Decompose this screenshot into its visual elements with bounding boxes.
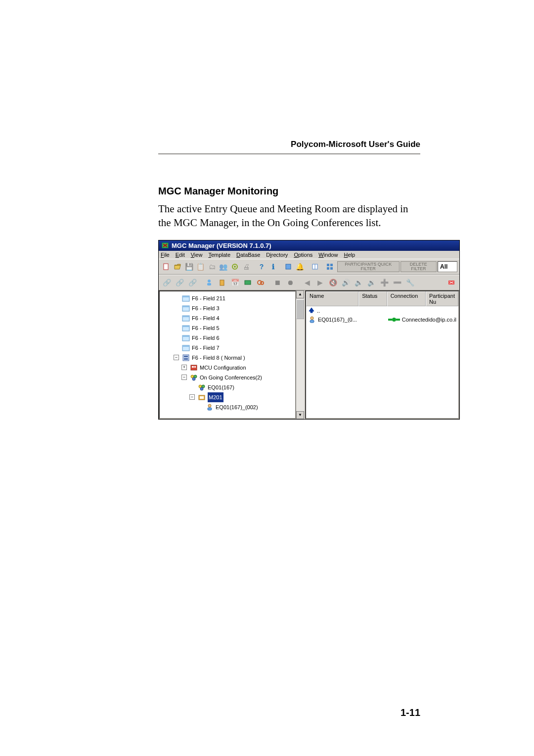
tree-label: F6 - Field 5 xyxy=(192,323,220,333)
tb2-gears-icon[interactable] xyxy=(255,277,267,288)
toolbar-primary: 💾 📋 🗂 👥 🖨 ? ℹ 🔔 PARTICIPANTS QUICK FILTE… xyxy=(159,259,459,275)
tree-node[interactable]: −On Going Conferences(2) xyxy=(181,373,295,382)
tb2-user-icon[interactable] xyxy=(203,277,215,288)
folder-icon xyxy=(182,305,190,312)
tb-new-icon[interactable] xyxy=(161,261,171,273)
tb2-link1-icon[interactable]: 🔗 xyxy=(161,277,173,288)
menu-file[interactable]: File xyxy=(161,252,170,258)
tree-node[interactable]: F6 - Field 3 xyxy=(174,303,295,313)
svg-point-45 xyxy=(200,387,203,390)
tb-about-icon[interactable]: ℹ xyxy=(268,261,278,273)
svg-rect-35 xyxy=(184,356,188,357)
tb2-arrow-left-icon[interactable]: ◀ xyxy=(301,277,313,288)
row-connection: Connected xyxy=(402,317,428,323)
tree-label: EQ01(167) xyxy=(208,382,234,392)
tb2-link3-icon[interactable]: 🔗 xyxy=(186,277,198,288)
tb2-unmute-icon[interactable]: 🔊 xyxy=(340,277,352,288)
workspace: F6 - Field 211F6 - Field 3F6 - Field 4F6… xyxy=(159,290,459,419)
tree-node[interactable]: F6 - Field 5 xyxy=(174,323,295,333)
menu-window[interactable]: Window xyxy=(318,252,338,258)
titlebar[interactable]: MGC Manager (VERSION 7.1.0.7) xyxy=(159,240,459,251)
scroll-track[interactable] xyxy=(296,319,304,411)
tree-scrollbar[interactable]: ▲ ▼ xyxy=(296,290,304,419)
svg-rect-14 xyxy=(207,283,211,285)
svg-rect-51 xyxy=(310,320,314,323)
scroll-up-icon[interactable]: ▲ xyxy=(296,290,304,298)
delete-filter-button[interactable]: DELETE FILTER xyxy=(400,261,437,272)
tb-tile-icon[interactable] xyxy=(324,261,335,273)
svg-rect-54 xyxy=(396,319,400,321)
tb2-stop-icon[interactable]: ⏹ xyxy=(271,277,283,288)
col-connection[interactable]: Connection xyxy=(387,291,426,306)
tree-label: F6 - Field 4 xyxy=(192,313,220,323)
menu-view[interactable]: View xyxy=(191,252,203,258)
tb2-v2-icon[interactable]: 🔉 xyxy=(365,277,377,288)
tb-print-icon[interactable]: 🖨 xyxy=(241,261,252,273)
svg-rect-31 xyxy=(182,335,189,337)
tb-book-icon[interactable] xyxy=(310,261,320,273)
menu-options[interactable]: Options xyxy=(294,252,312,258)
menu-edit[interactable]: Edit xyxy=(176,252,185,258)
tb2-v3-icon[interactable]: ➕ xyxy=(378,277,390,288)
tb-save-icon[interactable]: 💾 xyxy=(184,261,194,273)
tb-bell-icon[interactable]: 🔔 xyxy=(294,261,305,273)
tb2-calendar-icon[interactable]: 📅 xyxy=(229,277,241,288)
scroll-thumb[interactable] xyxy=(296,299,304,319)
tree-expander-icon[interactable]: − xyxy=(181,375,187,380)
tb2-disconnect-icon[interactable] xyxy=(445,277,457,288)
tb2-v1-icon[interactable]: 🔈 xyxy=(353,277,364,288)
up-row-label: .. xyxy=(317,308,320,314)
tree-node[interactable]: F6 - Field 7 xyxy=(174,343,295,353)
svg-rect-9 xyxy=(327,264,329,266)
tb-db1-icon[interactable] xyxy=(283,261,293,273)
participants-quick-filter-button[interactable]: PARTICIPANTS QUICK FILTER xyxy=(337,261,400,272)
tree-view[interactable]: F6 - Field 211F6 - Field 3F6 - Field 4F6… xyxy=(160,291,295,414)
tb2-arrow-right-icon[interactable]: ▶ xyxy=(314,277,326,288)
menu-directory[interactable]: Directory xyxy=(266,252,288,258)
scroll-down-icon[interactable]: ▼ xyxy=(296,411,304,419)
tb2-clipboard-icon[interactable] xyxy=(216,277,228,288)
folder-icon xyxy=(182,325,190,331)
tree-node[interactable]: F6 - Field 4 xyxy=(174,313,295,323)
tb2-rec-icon[interactable]: ⏺ xyxy=(284,277,296,288)
tb2-v4-icon[interactable]: ➖ xyxy=(391,277,403,288)
tree-node[interactable]: F6 - Field 6 xyxy=(174,333,295,343)
menu-template[interactable]: Template xyxy=(208,252,230,258)
col-status[interactable]: Status xyxy=(358,291,387,306)
tb-copy-icon[interactable]: 📋 xyxy=(195,261,206,273)
list-row[interactable]: EQ01(167)_(0... Connected ido@ip.co.il xyxy=(306,315,458,324)
col-name[interactable]: Name xyxy=(306,291,358,306)
tree-label: MCU Configuration xyxy=(200,363,246,373)
tree-node[interactable]: EQ01(167)_(002) xyxy=(197,402,295,412)
list-row-up[interactable]: .. xyxy=(306,306,458,315)
tree-node[interactable]: +MCU Configuration xyxy=(181,363,295,373)
tree-node[interactable]: −M201 xyxy=(189,392,295,402)
svg-rect-11 xyxy=(327,267,329,270)
tree-expander-icon[interactable]: − xyxy=(189,394,195,400)
tb2-grid-icon[interactable] xyxy=(242,277,254,288)
tb2-link2-icon[interactable]: 🔗 xyxy=(174,277,185,288)
tree-node[interactable]: −F6 - Field 8 ( Normal ) xyxy=(174,353,295,363)
tb-participants-icon[interactable]: 👥 xyxy=(218,261,228,273)
tree-expander-icon[interactable]: + xyxy=(181,365,187,370)
tb2-v5-icon[interactable]: 🔧 xyxy=(404,277,416,288)
mr-icon xyxy=(198,394,206,401)
folder-icon xyxy=(182,295,190,302)
menu-help[interactable]: Help xyxy=(344,252,355,258)
page-number: 1-11 xyxy=(400,707,420,718)
tree-node[interactable]: F6 - Field 211 xyxy=(174,293,295,303)
tree-expander-icon[interactable]: − xyxy=(174,355,179,360)
menu-database[interactable]: DataBase xyxy=(236,252,260,258)
svg-rect-39 xyxy=(194,366,196,368)
tree-node[interactable]: EQ01(167) xyxy=(189,382,295,392)
filter-input[interactable] xyxy=(438,261,457,272)
tb-open-icon[interactable] xyxy=(172,261,182,273)
tb-gear-icon[interactable] xyxy=(230,261,240,273)
tree-label: M201 xyxy=(208,392,223,402)
tb-help-icon[interactable]: ? xyxy=(256,261,267,273)
col-participant-nu[interactable]: Participant Nu xyxy=(426,291,458,306)
tb2-mute-icon[interactable]: 🔇 xyxy=(327,277,339,288)
server-icon xyxy=(182,354,190,361)
menubar: File Edit View Template DataBase Directo… xyxy=(159,251,459,259)
tb-template-icon[interactable]: 🗂 xyxy=(207,261,217,273)
